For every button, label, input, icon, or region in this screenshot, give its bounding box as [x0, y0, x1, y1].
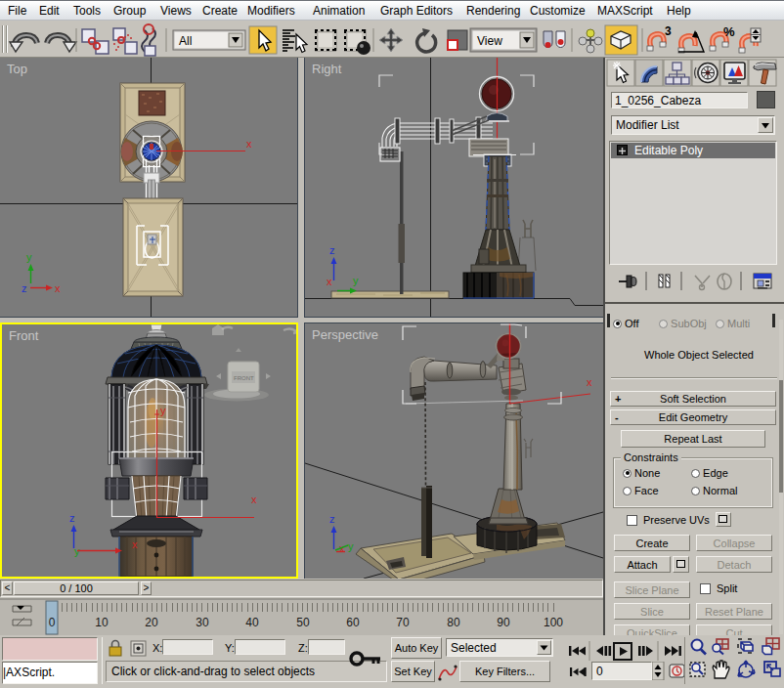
- svg-text:y: y: [348, 540, 354, 552]
- svg-text:x: x: [246, 138, 252, 150]
- svg-text:All: All: [179, 34, 192, 48]
- svg-text:10: 10: [95, 616, 109, 629]
- svg-text:70: 70: [396, 616, 410, 629]
- svg-text:FRONT: FRONT: [234, 375, 254, 381]
- svg-text:x: x: [327, 276, 332, 287]
- svg-text:x: x: [251, 494, 257, 505]
- svg-text:z: z: [329, 244, 335, 256]
- svg-text:0: 0: [49, 616, 56, 629]
- svg-text:z: z: [329, 513, 335, 525]
- svg-text:x: x: [132, 538, 138, 550]
- svg-text:y: y: [353, 275, 359, 286]
- svg-text:%: %: [723, 24, 735, 39]
- svg-text:90: 90: [497, 616, 510, 629]
- svg-text:x: x: [55, 282, 61, 294]
- svg-text:3: 3: [665, 24, 672, 38]
- svg-text:40: 40: [245, 616, 259, 629]
- svg-text:z: z: [22, 282, 27, 294]
- svg-text:20: 20: [145, 616, 158, 629]
- svg-text:x: x: [587, 376, 592, 388]
- svg-text:y: y: [26, 251, 32, 263]
- svg-text:60: 60: [346, 616, 360, 629]
- svg-text:z: z: [69, 512, 75, 524]
- svg-text:80: 80: [447, 616, 460, 629]
- svg-text:50: 50: [296, 616, 310, 629]
- svg-text:100: 100: [544, 616, 563, 629]
- svg-text:View: View: [477, 34, 502, 48]
- svg-text:30: 30: [196, 616, 209, 629]
- svg-text:y: y: [160, 405, 166, 416]
